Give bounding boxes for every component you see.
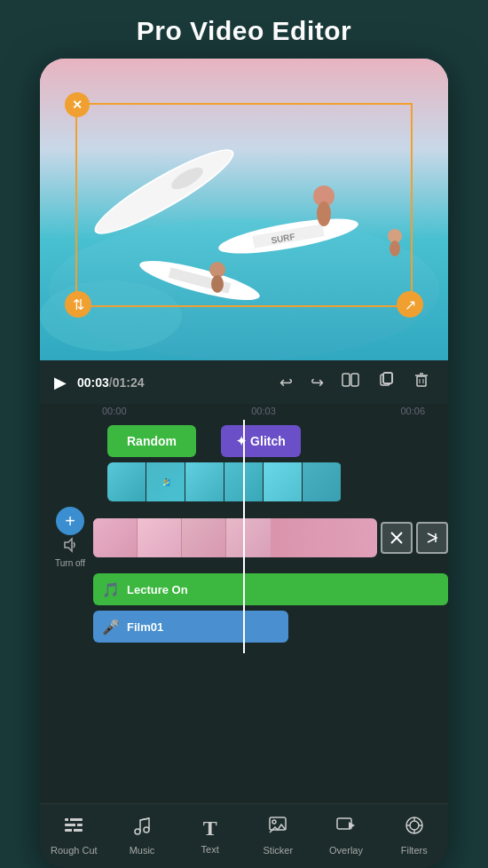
nav-label-music: Music (130, 845, 155, 856)
copy-button[interactable] (374, 369, 398, 395)
lecture-label: Lecture On (127, 583, 188, 596)
voice-label: Film01 (127, 620, 163, 634)
nav-label-rough-cut: Rough Cut (51, 845, 98, 856)
nav-item-rough-cut[interactable]: Rough Cut (40, 811, 108, 859)
time-display: 00:03/01:24 (77, 375, 145, 390)
sticker-icon (267, 815, 288, 841)
undo-button[interactable]: ↩ (276, 371, 296, 394)
cut-marker-split[interactable] (416, 522, 448, 554)
video-track-clip[interactable] (93, 518, 377, 557)
time-current: 00:03 (77, 375, 109, 390)
svg-rect-17 (342, 374, 350, 386)
playhead (243, 420, 245, 653)
nav-item-sticker[interactable]: Sticker (244, 811, 312, 859)
nav-item-filters[interactable]: Filters (380, 811, 448, 859)
svg-rect-31 (65, 818, 83, 821)
nav-label-filters: Filters (401, 845, 428, 856)
turnoff-label: Turn off (55, 558, 85, 568)
nav-label-sticker: Sticker (264, 845, 294, 856)
app-title: Pro Video Editor (137, 0, 351, 59)
nav-item-text[interactable]: T Text (176, 813, 244, 858)
effect-glitch[interactable]: ✦ Glitch (221, 425, 301, 457)
voice-track[interactable]: 🎤 Film01 (93, 611, 288, 643)
thumb-3 (185, 462, 224, 501)
svg-point-45 (410, 821, 419, 830)
ruler-mark-0: 00:00 (102, 406, 127, 416)
svg-rect-32 (65, 824, 83, 826)
thumb-1 (107, 462, 146, 501)
thumb-6 (303, 462, 342, 501)
svg-line-39 (140, 818, 149, 820)
nav-label-overlay: Overlay (329, 845, 363, 856)
music-icon (131, 815, 153, 841)
svg-marker-27 (65, 539, 72, 551)
rough-cut-icon (63, 815, 84, 841)
crop-handle-flip[interactable]: ⇅ (65, 291, 91, 318)
effect-chips: Random ✦ Glitch (107, 425, 301, 457)
video-preview: SURF ✕ ⇅ ↗ (40, 59, 448, 360)
svg-rect-20 (383, 373, 392, 383)
redo-button[interactable]: ↪ (307, 371, 327, 394)
phone-container: SURF ✕ ⇅ ↗ ▶ 00:03/01:24 (40, 59, 448, 868)
video-thumbnails[interactable]: 🏄 (107, 462, 342, 501)
bottom-nav: Rough Cut Music T Text (40, 803, 448, 868)
ruler-labels: 00:00 00:03 00:06 (93, 406, 434, 416)
svg-point-41 (272, 820, 276, 824)
svg-rect-22 (417, 376, 426, 386)
svg-point-37 (135, 829, 140, 834)
thumb-2: 🏄 (146, 462, 185, 501)
timeline-area: 00:00 00:03 00:06 Random ✦ Glitch (40, 404, 448, 803)
crop-handle-close[interactable]: ✕ (65, 92, 90, 117)
tracks-wrapper: Random ✦ Glitch 🏄 (40, 420, 448, 653)
svg-rect-34 (68, 818, 70, 821)
svg-rect-35 (75, 824, 77, 826)
thumb-5 (264, 462, 303, 501)
delete-button[interactable] (409, 369, 434, 395)
svg-rect-18 (351, 374, 358, 386)
svg-point-38 (144, 827, 149, 832)
play-button[interactable]: ▶ (54, 373, 67, 392)
crop-overlay: ✕ ⇅ ↗ (75, 103, 413, 307)
cut-marker-x[interactable] (381, 522, 413, 554)
nav-label-text: Text (201, 844, 219, 855)
filters-icon (404, 815, 425, 841)
split-button[interactable] (338, 369, 363, 395)
volume-icon[interactable] (62, 537, 78, 556)
lecture-track[interactable]: 🎵 Lecture On (93, 573, 448, 605)
controls-bar: ▶ 00:03/01:24 ↩ ↪ (40, 360, 448, 404)
timeline-ruler: 00:00 00:03 00:06 (40, 404, 448, 420)
time-total: 01:24 (113, 375, 145, 390)
ruler-mark-2: 00:06 (400, 406, 425, 416)
overlay-icon (335, 815, 357, 841)
crop-handle-resize[interactable]: ↗ (397, 291, 423, 318)
text-icon: T (203, 817, 217, 840)
effect-random[interactable]: Random (107, 425, 196, 457)
svg-rect-36 (72, 829, 74, 832)
nav-item-music[interactable]: Music (108, 811, 177, 859)
nav-item-overlay[interactable]: Overlay (312, 811, 381, 859)
ruler-mark-1: 00:03 (251, 406, 276, 416)
add-track-button[interactable]: + (56, 507, 84, 535)
